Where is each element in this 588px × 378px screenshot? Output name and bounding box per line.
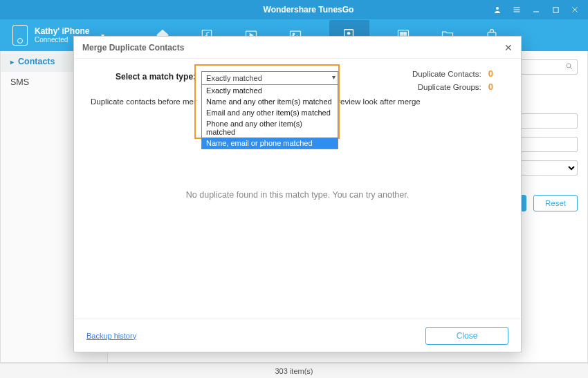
dialog-close-icon[interactable]: ✕	[504, 42, 513, 53]
match-type-select[interactable]: Exactly matched	[201, 71, 338, 85]
match-type-dropdown: Exactly matched Name and any other item(…	[201, 84, 338, 149]
empty-message: No duplicate found in this match type. Y…	[74, 190, 521, 200]
svg-point-0	[496, 7, 499, 10]
menu-icon[interactable]	[512, 5, 522, 15]
reset-button[interactable]: Reset	[533, 195, 578, 211]
dialog-title: Merge Duplicate Contacts	[82, 43, 184, 53]
match-type-selected: Exactly matched	[206, 74, 262, 82]
dup-groups-label: Duplicate Groups:	[418, 83, 481, 91]
minimize-icon[interactable]	[531, 5, 541, 15]
app-title: Wondershare TunesGo	[125, 5, 493, 15]
svg-rect-5	[553, 7, 558, 12]
close-button[interactable]: Close	[425, 327, 508, 345]
titlebar: Wondershare TunesGo	[0, 0, 588, 19]
dup-groups-count: 0	[488, 82, 493, 92]
instruction-text-left: Duplicate contacts before mer	[91, 97, 196, 106]
match-type-label: Select a match type:	[116, 71, 196, 82]
svg-rect-17	[404, 32, 406, 35]
dup-contacts-count: 0	[488, 68, 493, 79]
search-icon	[565, 62, 573, 73]
dropdown-option[interactable]: Exactly matched	[202, 85, 338, 96]
svg-point-14	[347, 32, 351, 35]
svg-point-21	[567, 64, 571, 68]
status-text: 303 item(s)	[275, 367, 313, 375]
dropdown-option[interactable]: Name, email or phone matched	[202, 138, 338, 149]
dropdown-option[interactable]: Email and any other item(s) matched	[202, 107, 338, 118]
backup-history-link[interactable]: Backup history	[86, 332, 136, 340]
merge-contacts-dialog: Merge Duplicate Contacts ✕ Select a matc…	[73, 36, 522, 352]
sidebar-item-label: SMS	[10, 77, 29, 87]
phone-icon	[12, 25, 28, 46]
user-icon[interactable]	[493, 5, 502, 15]
close-icon[interactable]	[570, 5, 580, 15]
dropdown-option[interactable]: Phone and any other item(s) matched	[202, 118, 338, 138]
svg-rect-16	[401, 32, 403, 35]
instruction-text-right: review look after merge	[338, 97, 421, 106]
dup-contacts-label: Duplicate Contacts:	[412, 70, 481, 78]
statusbar: 303 item(s)	[0, 363, 588, 378]
sidebar-item-label: Contacts	[18, 57, 55, 66]
maximize-icon[interactable]	[551, 5, 560, 15]
dropdown-option[interactable]: Name and any other item(s) matched	[202, 96, 338, 107]
svg-line-22	[571, 68, 573, 70]
device-name: Kathy' iPhone	[35, 26, 90, 36]
